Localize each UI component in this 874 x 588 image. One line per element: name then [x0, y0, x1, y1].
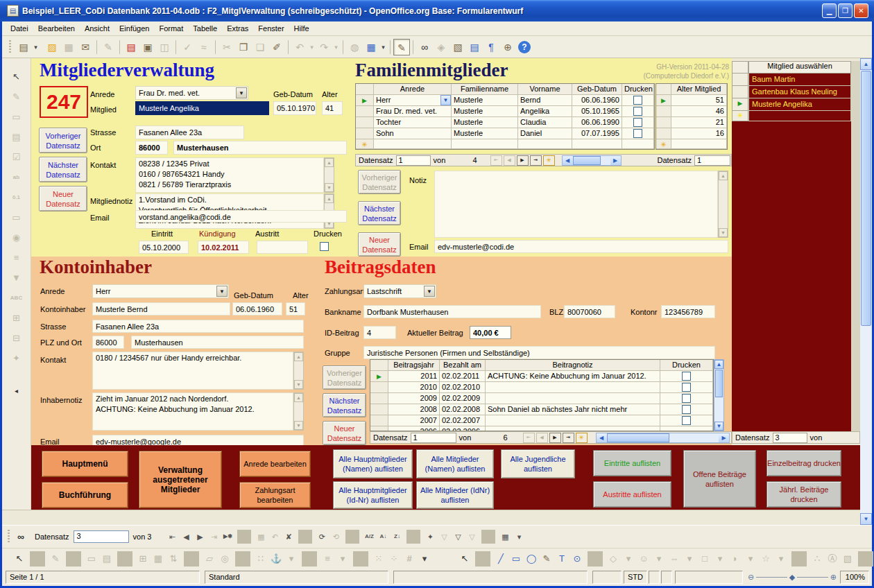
- zahlungsart-bearbeiten-button[interactable]: Zahlungsart bearbeiten: [239, 482, 311, 508]
- close-button[interactable]: ✕: [854, 3, 868, 18]
- hauptmitglieder-idnr-button[interactable]: Alle Hauptmitglieder (Id-Nr) auflisten: [333, 481, 413, 509]
- drucken-checkbox[interactable]: [682, 372, 691, 381]
- snap-to-grid-icon[interactable]: ⁘: [386, 551, 402, 567]
- label-field-icon[interactable]: ABC: [8, 289, 26, 307]
- edit-file-icon[interactable]: ✎: [100, 39, 117, 55]
- col-vorname[interactable]: Vorname: [518, 84, 572, 95]
- formatted-field-icon[interactable]: 0.1: [8, 189, 26, 207]
- select-icon[interactable]: ↖: [457, 551, 472, 567]
- option-button-icon[interactable]: ◉: [8, 229, 26, 247]
- kontakt-scrollbar[interactable]: ▲▼: [324, 157, 334, 193]
- automatic-control-focus-icon[interactable]: ◎: [217, 551, 232, 567]
- bankname-field[interactable]: Dorfbank Musterhausen: [363, 305, 541, 318]
- zahlungsart-dropdown[interactable]: Lastschrift▼: [363, 284, 436, 298]
- scrollbar-thumb[interactable]: [861, 71, 871, 326]
- find-icon[interactable]: ∞: [416, 39, 433, 55]
- auto-spellcheck-icon[interactable]: ≈: [196, 39, 212, 55]
- next-record-icon[interactable]: ▶: [517, 155, 529, 166]
- star-shapes-icon[interactable]: ☆: [758, 551, 773, 567]
- jaehrliche-beitraege-button[interactable]: Jährl. Beiträge drucken: [766, 481, 841, 508]
- text-icon[interactable]: T: [554, 551, 569, 567]
- find-record-icon[interactable]: ∞: [14, 530, 28, 544]
- hyperlink-icon[interactable]: ◍: [346, 39, 363, 55]
- zoom-slider[interactable]: ⊖ ◆ ⊕: [748, 571, 837, 584]
- wizards-icon[interactable]: ✦: [8, 349, 26, 368]
- col-alter-mitglied[interactable]: Alter Mitglied: [671, 84, 727, 95]
- member-geb-field[interactable]: 05.10.1970: [273, 101, 316, 115]
- drucken-checkbox[interactable]: [633, 96, 642, 105]
- list-box-icon[interactable]: ≡: [8, 249, 26, 267]
- undo-dropdown-icon[interactable]: ▾: [308, 39, 316, 55]
- mitglieder-namen-button[interactable]: Alle Mitglieder (Namen) auflisten: [416, 449, 494, 478]
- cut-icon[interactable]: ✂: [218, 39, 235, 55]
- gruppe-field[interactable]: Juristische Personen (Firmen und Selbstä…: [363, 346, 715, 359]
- drucken-checkbox[interactable]: [682, 394, 691, 403]
- drucken-checkbox[interactable]: [633, 107, 642, 116]
- ellipse-icon[interactable]: ◯: [524, 551, 539, 567]
- undo-icon[interactable]: ↶: [291, 39, 308, 55]
- family-record-input[interactable]: 1: [396, 155, 431, 166]
- jugendliche-button[interactable]: Alle Jugendliche auflisten: [501, 449, 575, 478]
- family-new-record-button[interactable]: Neuer Datensatz: [358, 232, 401, 257]
- next-record-icon[interactable]: ▶: [193, 530, 207, 544]
- save-icon[interactable]: ▦: [60, 39, 77, 55]
- eintritte-button[interactable]: Eintritte auflisten: [593, 450, 671, 476]
- rectangle-icon[interactable]: ▭: [508, 551, 524, 567]
- minimize-button[interactable]: ▁: [822, 3, 837, 18]
- zoom-in-icon[interactable]: ⊕: [830, 573, 837, 582]
- first-record-icon[interactable]: ⇤: [490, 155, 502, 166]
- mitglied-field[interactable]: Musterle Angelika: [135, 101, 269, 115]
- family-horizontal-scrollbar[interactable]: ◀▶: [562, 155, 622, 166]
- form-properties-icon[interactable]: ▤: [99, 551, 114, 567]
- menu-tabelle[interactable]: Tabelle: [188, 23, 222, 34]
- new-record-icon[interactable]: ✳: [576, 433, 588, 443]
- first-record-icon[interactable]: ⇤: [523, 433, 535, 443]
- alignment-dropdown-icon[interactable]: ▾: [335, 551, 350, 567]
- paste-icon[interactable]: ❏: [252, 39, 268, 55]
- record-number-input[interactable]: 3: [74, 530, 129, 543]
- gallery-icon[interactable]: ▧: [449, 39, 466, 55]
- anrede-dropdown[interactable]: Frau Dr. med. vet. ▼: [135, 86, 248, 100]
- data-source-as-table-icon[interactable]: ▦: [498, 530, 512, 544]
- activation-order-icon[interactable]: ⇅: [166, 551, 181, 567]
- window-vertical-scrollbar[interactable]: ▲ ▼: [860, 58, 872, 525]
- menu-fenster[interactable]: Fenster: [253, 23, 289, 34]
- form-based-filter-icon[interactable]: ▽: [451, 530, 465, 544]
- konto-strasse-field[interactable]: Fasanen Allee 23a: [92, 320, 304, 333]
- member-email-field[interactable]: vorstand.angelika@codi.de: [135, 210, 347, 223]
- open-in-design-mode-icon[interactable]: ▱: [202, 551, 217, 567]
- col-geb-datum[interactable]: Geb-Datum: [572, 84, 622, 95]
- symbol-shapes-icon[interactable]: ☺: [636, 551, 651, 567]
- family-next-record-button[interactable]: Nächster Datensatz: [358, 201, 401, 225]
- table-icon[interactable]: ▦: [363, 39, 379, 55]
- hauptmitglieder-namen-button[interactable]: Alle Hauptmitglieder (Namen) auflisten: [333, 449, 413, 478]
- star-shapes-dropdown-icon[interactable]: ▾: [773, 551, 789, 567]
- previous-record-icon[interactable]: ◀: [504, 155, 515, 166]
- member-id-field[interactable]: 247: [40, 86, 88, 118]
- toolbar-overflow-icon[interactable]: ▾: [512, 530, 526, 544]
- col-anrede[interactable]: Anrede: [374, 84, 452, 95]
- basic-shapes-dropdown-icon[interactable]: ▾: [621, 551, 636, 567]
- austritte-button[interactable]: Austritte auflisten: [593, 481, 671, 508]
- inhabernotiz-field[interactable]: Zieht im Januar 2012 nach Nordendorf. AC…: [92, 392, 293, 431]
- sidebar-record-input[interactable]: 3: [773, 433, 807, 443]
- menu-datei[interactable]: Datei: [6, 23, 33, 34]
- combo-box-icon[interactable]: ▼: [8, 269, 26, 287]
- menu-hilfe[interactable]: Hilfe: [289, 23, 314, 34]
- drucken-checkbox[interactable]: [682, 383, 691, 392]
- zoom-slider-thumb[interactable]: ◆: [789, 573, 795, 582]
- menu-format[interactable]: Format: [154, 23, 188, 34]
- col-familienname[interactable]: Familienname: [452, 84, 518, 95]
- chevron-down-icon[interactable]: ▼: [236, 87, 247, 98]
- last-record-icon[interactable]: ⇥: [530, 155, 542, 166]
- data-sources-icon[interactable]: ▤: [466, 39, 483, 55]
- konto-geb-field[interactable]: 06.06.1960: [232, 302, 282, 315]
- sidebar-item[interactable]: Baum Martin: [748, 74, 851, 86]
- points-icon[interactable]: ∴: [809, 551, 825, 567]
- refresh-icon[interactable]: ⟳: [315, 530, 329, 544]
- autofilter-icon[interactable]: ✦: [423, 530, 437, 544]
- export-pdf-icon[interactable]: ▤: [123, 39, 139, 55]
- konto-kontakt-field[interactable]: 0180 / 1234567 nur über Handy erreichbar…: [92, 352, 293, 390]
- open-icon[interactable]: ▨: [44, 39, 60, 55]
- col-beitragnotiz[interactable]: Beitragnotiz: [486, 360, 660, 371]
